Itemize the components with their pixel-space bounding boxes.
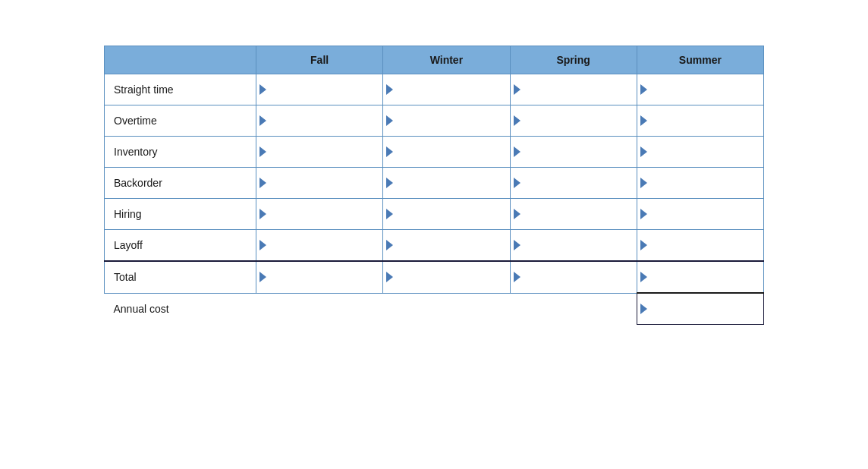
- table-row: Straight time: [105, 74, 764, 105]
- cell: [383, 199, 510, 230]
- cell: [637, 74, 763, 105]
- cell: [510, 168, 637, 199]
- total-input-c3[interactable]: [640, 263, 760, 291]
- cell: [510, 230, 637, 262]
- row-label: Layoff: [105, 230, 256, 262]
- header-summer: Summer: [637, 46, 763, 74]
- input-r3-c1[interactable]: [386, 169, 506, 197]
- input-r0-c0[interactable]: [259, 76, 379, 103]
- input-r5-c1[interactable]: [386, 231, 506, 259]
- input-r0-c3[interactable]: [640, 76, 760, 103]
- input-r2-c3[interactable]: [640, 138, 760, 165]
- input-r5-c0[interactable]: [259, 231, 379, 259]
- table-row: Layoff: [105, 230, 764, 262]
- total-label: Total: [105, 261, 256, 293]
- cell: [256, 137, 383, 168]
- input-r1-c2[interactable]: [514, 107, 634, 134]
- total-input-c0[interactable]: [259, 263, 379, 291]
- header-winter: Winter: [383, 46, 510, 74]
- cell: [510, 199, 637, 230]
- row-label: Straight time: [105, 74, 256, 105]
- cell: [383, 74, 510, 105]
- cell: [637, 168, 763, 199]
- cell: [637, 199, 763, 230]
- cell: [637, 105, 763, 137]
- input-r3-c0[interactable]: [259, 169, 379, 197]
- input-r3-c3[interactable]: [640, 169, 760, 197]
- total-cell: [383, 261, 510, 293]
- total-input-c2[interactable]: [514, 263, 634, 291]
- input-r2-c0[interactable]: [259, 138, 379, 165]
- input-r4-c0[interactable]: [259, 200, 379, 228]
- input-r4-c3[interactable]: [640, 200, 760, 228]
- input-r5-c2[interactable]: [514, 231, 634, 259]
- input-r5-c3[interactable]: [640, 231, 760, 259]
- cell: [383, 230, 510, 262]
- total-cell: [256, 261, 383, 293]
- cell: [510, 137, 637, 168]
- input-r1-c0[interactable]: [259, 107, 379, 134]
- table-row: Overtime: [105, 105, 764, 137]
- cell: [256, 105, 383, 137]
- total-row: Total: [105, 261, 764, 293]
- cell: [256, 199, 383, 230]
- table-row: Backorder: [105, 168, 764, 199]
- row-label: Overtime: [105, 105, 256, 137]
- annual-cost-input[interactable]: [640, 295, 760, 323]
- input-r2-c1[interactable]: [386, 138, 506, 165]
- header-spring: Spring: [510, 46, 637, 74]
- main-table-wrapper: Fall Winter Spring Summer Straight timeO…: [104, 46, 764, 325]
- annual-label: Annual cost: [105, 293, 637, 325]
- table-row: Inventory: [105, 137, 764, 168]
- input-r0-c1[interactable]: [386, 76, 506, 103]
- total-input-c1[interactable]: [386, 263, 506, 291]
- cost-table: Fall Winter Spring Summer Straight timeO…: [104, 46, 764, 325]
- cell: [256, 168, 383, 199]
- input-r0-c2[interactable]: [514, 76, 634, 103]
- cell: [383, 168, 510, 199]
- input-r4-c1[interactable]: [386, 200, 506, 228]
- annual-cost-cell: [637, 293, 763, 325]
- annual-cost-row: Annual cost: [105, 293, 764, 325]
- cell: [383, 105, 510, 137]
- total-cell: [637, 261, 763, 293]
- cell: [256, 230, 383, 262]
- header-label: [105, 46, 256, 74]
- row-label: Inventory: [105, 137, 256, 168]
- row-label: Hiring: [105, 199, 256, 230]
- input-r1-c1[interactable]: [386, 107, 506, 134]
- table-row: Hiring: [105, 199, 764, 230]
- input-r4-c2[interactable]: [514, 200, 634, 228]
- cell: [637, 137, 763, 168]
- total-cell: [510, 261, 637, 293]
- cell: [256, 74, 383, 105]
- cell: [510, 105, 637, 137]
- cell: [383, 137, 510, 168]
- input-r3-c2[interactable]: [514, 169, 634, 197]
- input-r2-c2[interactable]: [514, 138, 634, 165]
- input-r1-c3[interactable]: [640, 107, 760, 134]
- header-fall: Fall: [256, 46, 383, 74]
- cell: [510, 74, 637, 105]
- cell: [637, 230, 763, 262]
- row-label: Backorder: [105, 168, 256, 199]
